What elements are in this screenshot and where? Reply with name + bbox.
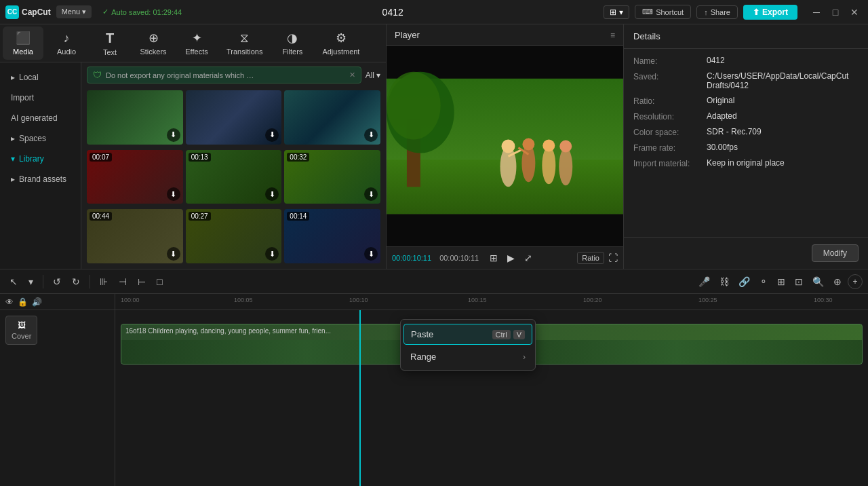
filter-icon: ▾ bbox=[376, 71, 380, 80]
split-button[interactable]: ⊪ bbox=[96, 274, 112, 289]
playhead[interactable] bbox=[359, 310, 361, 486]
modify-button[interactable]: Modify bbox=[812, 244, 859, 262]
select-tool-button[interactable]: ↖ bbox=[5, 274, 22, 289]
export-icon: ⬆ bbox=[753, 7, 760, 17]
ratio-button[interactable]: Ratio bbox=[577, 252, 604, 264]
close-button[interactable]: ✕ bbox=[846, 7, 863, 18]
media-item[interactable]: 00:32 ⬇ bbox=[284, 150, 380, 204]
svg-point-9 bbox=[502, 140, 515, 153]
minimize-button[interactable]: ─ bbox=[808, 7, 825, 18]
link-button[interactable]: 🔗 bbox=[735, 274, 753, 289]
media-toolbar: 🛡 Do not export any original materials w… bbox=[81, 62, 386, 88]
download-icon[interactable]: ⬇ bbox=[167, 247, 180, 261]
player-menu-icon[interactable]: ≡ bbox=[610, 31, 615, 40]
paste-menu-item[interactable]: Paste Ctrl V bbox=[403, 324, 532, 345]
ruler-mark: 100:00 bbox=[121, 297, 140, 303]
sidebar-item-spaces[interactable]: ▸ Spaces bbox=[3, 129, 78, 148]
magnet-button[interactable]: ⊡ bbox=[791, 274, 806, 289]
export-button[interactable]: ⬆ Export bbox=[743, 5, 797, 20]
arrow-icon: ▾ bbox=[11, 154, 15, 164]
media-item[interactable]: 00:27 ⬇ bbox=[186, 209, 282, 263]
align-button[interactable]: ⊞ bbox=[774, 274, 789, 289]
keyboard-icon: ⌨ bbox=[642, 7, 653, 16]
svg-point-4 bbox=[387, 72, 441, 140]
tab-transitions[interactable]: ⧖ Transitions bbox=[220, 27, 269, 60]
cover-button[interactable]: 🖼 Cover bbox=[5, 316, 37, 345]
redo-button[interactable]: ↻ bbox=[68, 274, 84, 289]
fit-screen-button[interactable]: ⤢ bbox=[521, 251, 535, 265]
tab-effects[interactable]: ✦ Effects bbox=[176, 26, 217, 60]
image-icon: 🖼 bbox=[18, 320, 26, 330]
ruler: 100:00 100:05 100:10 100:15 100:20 100:2… bbox=[115, 294, 868, 310]
media-item[interactable]: 00:44 ⬇ bbox=[87, 209, 183, 263]
media-item[interactable]: 00:14 ⬇ bbox=[284, 209, 380, 263]
tab-adjustment[interactable]: ⚙ Adjustment bbox=[315, 26, 366, 60]
tab-bar: ⬛ Media ♪ Audio T Text ⊕ Stickers ✦ Effe… bbox=[0, 24, 386, 62]
maximize-button[interactable]: □ bbox=[827, 7, 844, 18]
sidebar-item-import[interactable]: Import bbox=[3, 88, 78, 107]
zoom-out-button[interactable]: 🔍 bbox=[809, 274, 827, 289]
paste-label: Paste bbox=[411, 329, 433, 339]
download-icon[interactable]: ⬇ bbox=[167, 128, 180, 142]
sidebar-item-brand-assets[interactable]: ▸ Brand assets bbox=[3, 170, 78, 189]
media-item[interactable]: ⬇ bbox=[186, 90, 282, 145]
chain-button[interactable]: ⛓ bbox=[716, 274, 732, 289]
current-time-display: 00:00:10:11 bbox=[392, 254, 431, 262]
zoom-in-button[interactable]: ⊕ bbox=[830, 274, 845, 289]
player-header: Player ≡ bbox=[387, 24, 623, 46]
fullscreen-button[interactable]: ⛶ bbox=[608, 253, 618, 263]
download-icon[interactable]: ⬇ bbox=[167, 187, 180, 201]
arrow-icon: ▸ bbox=[11, 134, 15, 143]
timeline-toolbar: ↖ ▾ ↺ ↻ ⊪ ⊣ ⊢ □ 🎤 ⛓ 🔗 ⚬ ⊞ ⊡ 🔍 ⊕ + bbox=[0, 269, 868, 294]
svg-point-11 bbox=[542, 140, 555, 152]
grid-view-button[interactable]: ⊞ bbox=[487, 251, 500, 265]
tab-text[interactable]: T Text bbox=[90, 26, 130, 60]
media-item[interactable]: 00:13 ⬇ bbox=[186, 150, 282, 204]
notice-close-button[interactable]: ✕ bbox=[349, 71, 355, 79]
mute-track-button[interactable]: 🔊 bbox=[32, 297, 42, 307]
resolution-picker[interactable]: ⊞ ▾ bbox=[604, 5, 629, 19]
timeline-right-tools: 🎤 ⛓ 🔗 ⚬ ⊞ ⊡ 🔍 ⊕ + bbox=[695, 274, 863, 289]
delete-button[interactable]: □ bbox=[153, 274, 166, 289]
detail-frame-rate-row: Frame rate: 30.00fps bbox=[633, 143, 859, 153]
svg-point-12 bbox=[559, 141, 572, 153]
hide-track-button[interactable]: 👁 bbox=[5, 297, 14, 307]
download-icon[interactable]: ⬇ bbox=[265, 128, 279, 142]
player-panel: Player ≡ bbox=[387, 24, 624, 269]
sidebar-item-ai-generated[interactable]: AI generated bbox=[3, 109, 78, 128]
undo-button[interactable]: ↺ bbox=[49, 274, 65, 289]
tab-audio[interactable]: ♪ Audio bbox=[46, 27, 87, 60]
sidebar-item-local[interactable]: ▸ Local bbox=[3, 68, 78, 87]
filters-icon: ◑ bbox=[287, 31, 298, 45]
track-controls: 👁 🔒 🔊 🖼 Cover bbox=[0, 294, 115, 486]
context-menu: Paste Ctrl V Range › bbox=[400, 319, 536, 371]
notice-bar: 🛡 Do not export any original materials w… bbox=[87, 67, 361, 83]
topbar: CC CapCut Menu ▾ ✓ Auto saved: 01:29:44 … bbox=[0, 0, 868, 24]
range-menu-item[interactable]: Range › bbox=[401, 346, 535, 367]
media-item[interactable]: 00:07 ⬇ bbox=[87, 150, 183, 204]
tab-media[interactable]: ⬛ Media bbox=[3, 26, 43, 60]
select-dropdown[interactable]: ▾ bbox=[24, 274, 37, 289]
all-filter-button[interactable]: All ▾ bbox=[366, 71, 380, 80]
download-icon[interactable]: ⬇ bbox=[364, 247, 378, 261]
shortcut-button[interactable]: ⌨ Shortcut bbox=[635, 5, 691, 19]
tab-stickers[interactable]: ⊕ Stickers bbox=[133, 26, 174, 60]
share-button[interactable]: ↑ Share bbox=[696, 5, 738, 19]
menu-button[interactable]: Menu ▾ bbox=[56, 5, 92, 18]
add-track-button[interactable]: + bbox=[848, 274, 863, 289]
trim-right-button[interactable]: ⊢ bbox=[134, 274, 150, 289]
media-item[interactable]: ⬇ bbox=[284, 90, 380, 145]
unlink-button[interactable]: ⚬ bbox=[756, 274, 771, 289]
microphone-button[interactable]: 🎤 bbox=[695, 274, 713, 289]
detail-resolution-row: Resolution: Adapted bbox=[633, 111, 859, 122]
play-button[interactable]: ▶ bbox=[505, 251, 517, 265]
download-icon[interactable]: ⬇ bbox=[364, 128, 378, 142]
effects-icon: ✦ bbox=[192, 31, 202, 45]
trim-left-button[interactable]: ⊣ bbox=[115, 274, 131, 289]
sidebar-item-library[interactable]: ▾ Library bbox=[3, 149, 78, 168]
media-item[interactable]: ⬇ bbox=[87, 90, 183, 145]
ruler-mark: 100:10 bbox=[349, 297, 368, 303]
lock-track-button[interactable]: 🔒 bbox=[18, 297, 28, 307]
separator bbox=[43, 275, 43, 288]
tab-filters[interactable]: ◑ Filters bbox=[272, 26, 313, 60]
